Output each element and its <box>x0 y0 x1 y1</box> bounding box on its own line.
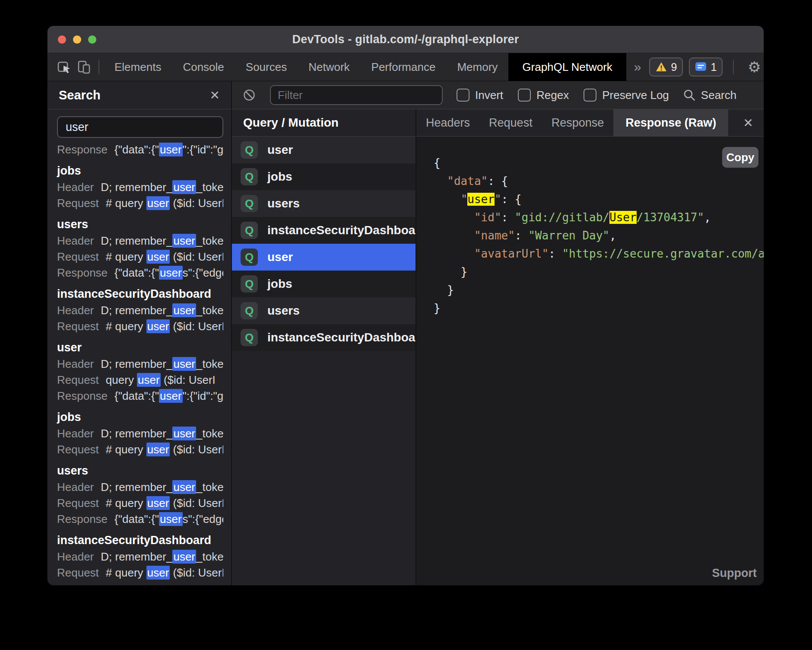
search-result-row[interactable]: HeaderD; remember_user_token=e <box>57 303 223 319</box>
response-panel: HeadersRequestResponseResponse (Raw) ✕ {… <box>416 109 764 585</box>
block-icon[interactable] <box>242 88 256 102</box>
search-result-row[interactable]: Response{"data":{"user":{"id":"gid <box>57 388 223 404</box>
query-mutation-panel: Query / Mutation QuserQjobsQusersQinstan… <box>232 109 416 585</box>
text-segment: user <box>172 550 196 564</box>
search-result-row[interactable]: HeaderD; remember_user_token=e <box>57 179 223 195</box>
text-segment: user <box>159 143 183 156</box>
query-q-badge-icon: Q <box>241 329 258 346</box>
text-segment: { <box>434 156 441 169</box>
search-panel: Search ✕ Response{"data":{"user":{"id":"… <box>48 81 232 585</box>
result-field-label: Header <box>57 481 94 494</box>
search-result-row[interactable]: Request# query user ($id: UserI <box>57 195 223 211</box>
response-tab-request[interactable]: Request <box>479 109 542 136</box>
result-field-label: Header <box>57 357 94 370</box>
query-item-label: jobs <box>267 170 292 184</box>
toolbar-divider <box>98 60 99 74</box>
search-result-row[interactable]: Response{"data":{"users":{"edges <box>57 511 223 527</box>
query-list-item[interactable]: QinstanceSecurityDashboard <box>232 217 416 244</box>
search-result-row[interactable]: Request# query user ($id: UserI <box>57 495 223 511</box>
search-input[interactable] <box>57 116 223 138</box>
gear-icon[interactable]: ⚙ <box>744 60 764 74</box>
query-list-item[interactable]: Qjobs <box>232 271 416 297</box>
warnings-badge[interactable]: 9 <box>649 57 683 76</box>
close-window-button[interactable] <box>58 35 66 44</box>
query-list-item[interactable]: Quser <box>232 244 416 271</box>
result-field-value: D; remember_user_token=e <box>101 234 223 248</box>
close-icon[interactable]: ✕ <box>210 88 220 102</box>
text-segment: D; remember_ <box>101 357 172 370</box>
json-line: "avatarUrl": "https://secure.gravatar.co… <box>434 245 764 263</box>
toolbar-divider <box>733 60 734 74</box>
result-field-label: Request <box>57 566 99 579</box>
checkbox-label: Preserve Log <box>602 89 669 102</box>
result-field-value: D; remember_user_token=e <box>101 357 223 371</box>
query-list-item[interactable]: Qusers <box>232 297 416 324</box>
tab-network[interactable]: Network <box>298 53 360 81</box>
device-toolbar-icon[interactable] <box>74 57 94 77</box>
support-link[interactable]: Support <box>712 567 757 580</box>
text-segment: user <box>146 196 170 210</box>
query-panel-header: Query / Mutation <box>232 109 416 137</box>
tab-elements[interactable]: Elements <box>104 53 172 81</box>
result-field-label: Header <box>57 304 94 317</box>
search-result-row[interactable]: Request# query user ($id: UserI <box>57 249 223 265</box>
response-tab-response[interactable]: Response <box>542 109 614 136</box>
text-segment: ($id: UserI <box>170 250 223 263</box>
checkbox-preserve-log[interactable]: Preserve Log <box>584 89 669 102</box>
tab-graphql-network[interactable]: GraphQL Network <box>508 53 626 81</box>
tab-console[interactable]: Console <box>172 53 235 81</box>
devtools-tabs: ElementsConsoleSourcesNetworkPerformance… <box>104 53 508 81</box>
search-result-row[interactable]: Response{"data":{"users":{"edges <box>57 265 223 281</box>
text-segment: ($id: UserI <box>161 373 216 386</box>
text-segment: # query <box>106 320 146 333</box>
search-result-row[interactable]: HeaderD; remember_user_token=e <box>57 233 223 249</box>
query-list-item[interactable]: Qusers <box>232 190 416 217</box>
query-q-badge-icon: Q <box>241 141 258 159</box>
query-list-item[interactable]: QinstanceSecurityDashboard <box>232 324 416 351</box>
text-segment: # query <box>106 566 146 579</box>
text-segment: {"data":{" <box>114 389 159 402</box>
search-result-row[interactable]: Request# query user ($id: UserI <box>57 565 223 581</box>
filter-search[interactable]: Search <box>683 89 736 102</box>
search-result-row[interactable]: Response{"data":{"user":{"id":"gi <box>57 142 223 158</box>
result-field-label: Header <box>57 427 94 440</box>
query-list-item[interactable]: Quser <box>232 137 416 163</box>
search-result-row[interactable]: Request# query user ($id: UserI <box>57 319 223 335</box>
zoom-window-button[interactable] <box>88 35 96 44</box>
response-tab-response-raw-[interactable]: Response (Raw) <box>613 109 728 136</box>
search-result-row[interactable]: Requestquery user ($id: UserI <box>57 372 223 388</box>
more-tabs-icon[interactable]: » <box>626 60 649 74</box>
result-field-value: {"data":{"user":{"id":"gi <box>114 143 223 156</box>
text-segment: } <box>434 284 454 296</box>
tab-sources[interactable]: Sources <box>235 53 298 81</box>
checkbox-label: Invert <box>475 89 503 102</box>
result-field-value: # query user ($id: UserI <box>106 443 223 456</box>
result-field-value: # query user ($id: UserI <box>106 250 223 264</box>
devtools-tabbar: ElementsConsoleSourcesNetworkPerformance… <box>48 53 764 81</box>
minimize-window-button[interactable] <box>73 35 81 44</box>
text-segment: _token=e <box>196 427 223 440</box>
query-list-item[interactable]: Qjobs <box>232 163 416 190</box>
close-icon[interactable]: ✕ <box>743 116 753 130</box>
search-result-row[interactable]: Request# query user ($id: UserI <box>57 442 223 458</box>
tab-performance[interactable]: Performance <box>361 53 447 81</box>
search-result-row[interactable]: HeaderD; remember_user_token=e <box>57 426 223 442</box>
inspect-element-icon[interactable] <box>54 57 74 77</box>
text-segment: ($id: UserI <box>170 320 223 333</box>
checkbox-invert[interactable]: Invert <box>457 89 503 102</box>
response-tabbar: HeadersRequestResponseResponse (Raw) ✕ <box>416 109 764 137</box>
copy-button[interactable]: Copy <box>722 147 758 168</box>
search-result-row[interactable]: HeaderD; remember_user_token=e <box>57 356 223 372</box>
json-line: { <box>434 154 764 172</box>
messages-badge[interactable]: 1 <box>689 57 723 76</box>
filter-search-label: Search <box>701 89 736 102</box>
filter-input[interactable] <box>270 85 443 105</box>
search-result-row[interactable]: HeaderD; remember_user_token=e <box>57 549 223 565</box>
tab-memory[interactable]: Memory <box>446 53 508 81</box>
search-result-row[interactable]: HeaderD; remember_user_token=e <box>57 479 223 495</box>
text-segment <box>434 193 461 206</box>
response-tab-headers[interactable]: Headers <box>416 109 479 136</box>
checkbox-regex[interactable]: Regex <box>518 89 569 102</box>
query-item-label: user <box>267 250 293 264</box>
text-segment: s":{"edges <box>183 513 223 526</box>
